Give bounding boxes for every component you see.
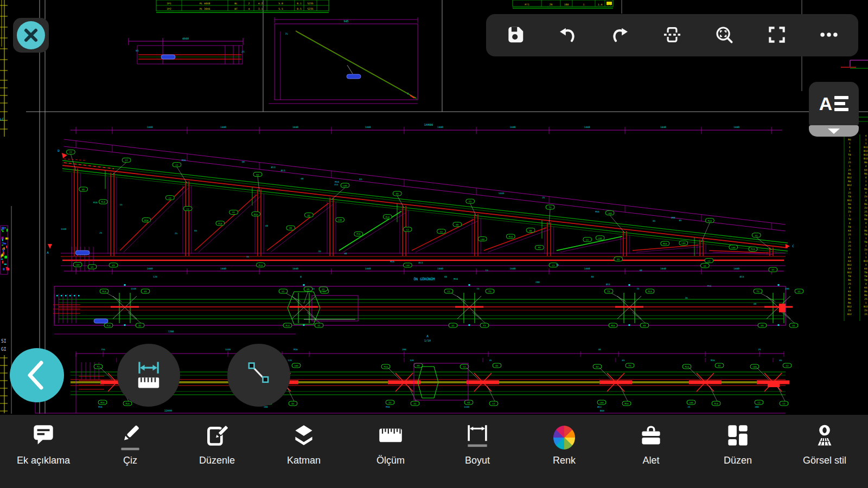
svg-text:1: 1 bbox=[865, 180, 867, 183]
svg-text:M16: M16 bbox=[663, 242, 667, 245]
svg-text:D2: D2 bbox=[389, 401, 392, 404]
svg-text:14400: 14400 bbox=[424, 123, 433, 126]
visual-style-icon bbox=[812, 422, 837, 453]
svg-text:R6: R6 bbox=[864, 188, 867, 190]
svg-text:M16: M16 bbox=[390, 260, 394, 263]
svg-text:1: 1 bbox=[865, 142, 867, 145]
svg-text:Z3: Z3 bbox=[864, 309, 867, 312]
close-button[interactable] bbox=[13, 18, 49, 53]
svg-text:K4: K4 bbox=[848, 256, 851, 259]
svg-text:1440: 1440 bbox=[365, 126, 371, 129]
svg-text:R6: R6 bbox=[864, 172, 867, 175]
svg-text:Ø13: Ø13 bbox=[419, 261, 423, 264]
svg-text:Ø13: Ø13 bbox=[606, 283, 610, 286]
redo-button[interactable] bbox=[601, 18, 640, 53]
svg-text:1: 1 bbox=[849, 214, 851, 217]
layout-toggle-button[interactable] bbox=[653, 18, 692, 53]
tab-annotation[interactable]: Ek açıklama bbox=[0, 415, 87, 488]
tab-dimension[interactable]: Boyut bbox=[434, 415, 521, 488]
tab-measure[interactable]: Ölçüm bbox=[347, 415, 434, 488]
svg-text:PL8: PL8 bbox=[509, 235, 513, 238]
svg-text:4040: 4040 bbox=[182, 37, 189, 40]
svg-text:T3: T3 bbox=[608, 290, 610, 293]
svg-text:1440: 1440 bbox=[292, 267, 298, 270]
pencil-icon bbox=[118, 422, 143, 453]
tab-label: Görsel stil bbox=[803, 455, 846, 466]
svg-text:R6: R6 bbox=[848, 203, 851, 206]
svg-text:755: 755 bbox=[101, 348, 105, 351]
svg-text:C2: C2 bbox=[786, 364, 789, 367]
svg-text:T3: T3 bbox=[97, 365, 100, 368]
svg-text:M16: M16 bbox=[98, 406, 103, 408]
svg-text:B12: B12 bbox=[847, 313, 852, 316]
tab-label: Çiz bbox=[123, 455, 137, 466]
dimension-icon bbox=[465, 422, 490, 453]
svg-text:L60: L60 bbox=[294, 364, 298, 367]
svg-text:D2: D2 bbox=[496, 364, 499, 367]
svg-text:T3: T3 bbox=[629, 364, 631, 367]
text-style-dropdown[interactable] bbox=[809, 125, 859, 137]
measure-tool-button[interactable] bbox=[117, 344, 180, 407]
svg-text:25: 25 bbox=[864, 298, 867, 300]
text-style-button[interactable]: A bbox=[809, 82, 859, 125]
tab-edit[interactable]: Düzenle bbox=[174, 415, 260, 488]
svg-text:15: 15 bbox=[636, 287, 640, 290]
svg-text:1440: 1440 bbox=[437, 267, 443, 270]
svg-text:T8: T8 bbox=[864, 279, 867, 281]
svg-text:K5: K5 bbox=[761, 324, 764, 327]
svg-text:65: 65 bbox=[622, 359, 625, 362]
undo-button[interactable] bbox=[548, 18, 587, 53]
svg-text:R6: R6 bbox=[864, 290, 867, 293]
tab-label: Renk bbox=[553, 455, 576, 466]
back-button[interactable] bbox=[10, 348, 64, 402]
text-style-panel: A bbox=[809, 82, 859, 137]
svg-text:40: 40 bbox=[242, 160, 245, 163]
svg-text:40: 40 bbox=[265, 224, 269, 227]
svg-text:4: 4 bbox=[865, 282, 867, 285]
svg-text:4: 4 bbox=[849, 222, 851, 224]
svg-text:PL8: PL8 bbox=[714, 402, 718, 405]
svg-text:BL: BL bbox=[234, 2, 238, 5]
tab-layout[interactable]: Düzen bbox=[694, 415, 781, 488]
tab-label: Düzen bbox=[724, 455, 752, 466]
svg-text:65: 65 bbox=[194, 229, 197, 232]
svg-text:0.5: 0.5 bbox=[297, 8, 302, 10]
svg-text:K5: K5 bbox=[643, 324, 646, 327]
svg-text:D: D bbox=[58, 149, 60, 152]
svg-text:P71: P71 bbox=[525, 3, 529, 6]
svg-text:1: 1 bbox=[865, 256, 867, 259]
svg-text:4.2: 4.2 bbox=[258, 2, 263, 5]
svg-text:T8: T8 bbox=[848, 195, 851, 198]
svg-text:R6: R6 bbox=[848, 138, 851, 141]
redo-icon bbox=[610, 24, 630, 47]
tab-visual-style[interactable]: Görsel stil bbox=[781, 415, 868, 488]
svg-text:65: 65 bbox=[779, 359, 782, 362]
svg-text:25: 25 bbox=[848, 169, 851, 171]
svg-text:T8: T8 bbox=[864, 241, 867, 243]
tab-draw[interactable]: Çiz bbox=[87, 415, 174, 488]
svg-text:0.1: 0.1 bbox=[297, 2, 302, 5]
save-button[interactable] bbox=[496, 18, 535, 53]
zoom-window-button[interactable] bbox=[705, 18, 744, 53]
svg-text:860: 860 bbox=[600, 409, 604, 412]
more-button[interactable] bbox=[809, 18, 848, 53]
text-style-icon: A bbox=[819, 94, 833, 113]
svg-text:L60: L60 bbox=[75, 264, 80, 266]
svg-text:PL8: PL8 bbox=[648, 290, 652, 293]
svg-text:M16: M16 bbox=[711, 359, 715, 362]
fullscreen-button[interactable] bbox=[757, 18, 796, 53]
svg-text:U1: U1 bbox=[793, 324, 795, 327]
line-tool-button[interactable] bbox=[227, 344, 290, 407]
svg-text:1440: 1440 bbox=[146, 267, 152, 270]
svg-text:1440: 1440 bbox=[660, 126, 666, 129]
svg-text:SI: SI bbox=[1, 339, 7, 344]
svg-text:B12: B12 bbox=[847, 176, 852, 179]
tab-tools[interactable]: Alet bbox=[608, 415, 694, 488]
svg-text:1: 1 bbox=[865, 226, 867, 228]
tab-color[interactable]: Renk bbox=[521, 415, 608, 488]
svg-text:T3: T3 bbox=[483, 324, 486, 327]
tab-layers[interactable]: Katman bbox=[260, 415, 347, 488]
svg-text:B12: B12 bbox=[847, 305, 852, 308]
svg-text:1: 1 bbox=[849, 142, 851, 145]
svg-text:BT: BT bbox=[234, 8, 238, 10]
